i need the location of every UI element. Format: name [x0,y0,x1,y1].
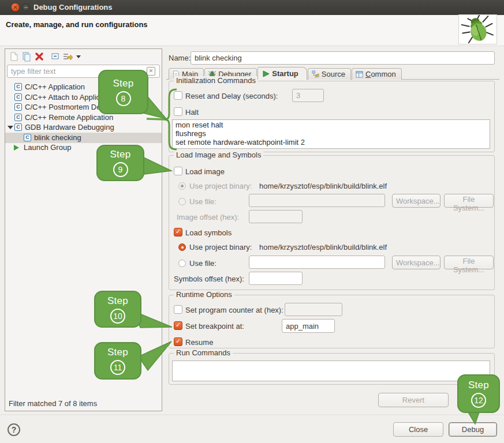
launch-group-icon [14,145,19,151]
symbols-workspace-button[interactable]: Workspace... [392,256,440,269]
symbols-offset-input[interactable] [249,272,303,285]
startup-play-icon [263,70,270,77]
load-symbols-checkbox[interactable] [174,228,182,236]
common-icon [356,71,363,78]
window-title: Debug Configurations [33,0,113,15]
image-file-system-button[interactable]: File System... [444,194,494,208]
source-icon [312,70,319,78]
tab-source[interactable]: Source [308,68,351,80]
dialog-subtitle: Create, manage, and run configurations [6,20,148,29]
callout-step-12: Step 12 [457,374,500,413]
tab-startup[interactable]: Startup [257,67,307,80]
reset-delay-input[interactable] [292,89,324,102]
run-commands-textarea[interactable] [172,361,490,381]
name-label: Name: [169,54,191,62]
callout-step-8: Step 8 [98,70,148,114]
tree-item-blink-checking[interactable]: C blink checking [5,133,162,143]
step-number: 9 [113,162,128,177]
load-image-checkbox[interactable] [174,167,182,175]
debug-button[interactable]: Debug [449,422,497,437]
image-workspace-button[interactable]: Workspace... [392,194,440,208]
set-pc-input[interactable] [285,303,342,316]
load-image-label: Load image [185,167,225,176]
titlebar: ✕ Debug Configurations [0,0,504,15]
reset-delay-label: Reset and Delay (seconds): [185,92,278,100]
step-number: 8 [116,91,131,106]
step-number: 10 [110,309,125,324]
c-application-icon: C [24,134,31,141]
c-application-icon: C [14,83,22,91]
symbols-file-input[interactable] [249,256,385,269]
group-title: Runtime Options [174,290,234,299]
image-use-project-binary-radio[interactable] [178,182,186,190]
group-title: Load Image and Symbols [174,151,263,159]
tree-item-gdb-hardware[interactable]: C GDB Hardware Debugging [5,122,162,133]
image-use-file-radio[interactable] [178,198,186,205]
c-application-icon: C [14,103,22,111]
reset-delay-checkbox[interactable] [174,91,182,100]
callout-step-10: Step 10 [94,291,141,328]
dropdown-arrow-icon[interactable] [76,55,81,58]
duplicate-icon[interactable] [21,51,32,62]
help-icon[interactable]: ? [8,423,20,436]
c-application-icon: C [14,114,22,121]
set-breakpoint-checkbox[interactable] [174,321,182,330]
footer-divider-highlight [0,415,504,416]
use-project-binary-label: Use project binary: [189,243,252,251]
use-file-label: Use file: [189,259,216,268]
new-configuration-icon[interactable] [9,51,19,62]
symbols-use-project-binary-radio[interactable] [178,243,186,251]
use-file-label: Use file: [189,197,216,206]
use-project-binary-label: Use project binary: [189,182,252,190]
debug-configurations-dialog: ✕ Debug Configurations Create, manage, a… [0,0,504,443]
halt-label: Halt [185,108,199,117]
step-number: 11 [110,360,125,375]
beetle-logo [458,14,497,44]
tab-common[interactable]: Common [352,68,402,80]
symbols-binary-path: home/krzysztof/esp/blink/build/blink.elf [259,243,387,251]
resume-label: Resume [185,338,213,347]
filter-status: Filter matched 7 of 8 items [9,399,97,408]
group-load-image-symbols: Load Image and Symbols Load image Use pr… [169,155,495,290]
set-pc-label: Set program counter at (hex): [185,306,283,314]
close-icon[interactable]: ✕ [11,3,20,12]
step-number: 12 [471,393,486,408]
dialog-header: Create, manage, and run configurations [0,15,504,46]
callout-step-11: Step 11 [94,342,141,380]
revert-button[interactable]: Revert [378,393,449,407]
group-run-commands: Run Commands [169,353,495,385]
halt-checkbox[interactable] [174,107,182,116]
close-button[interactable]: Close [393,422,443,437]
set-pc-checkbox[interactable] [174,305,182,314]
expander-icon[interactable] [8,126,13,129]
clear-filter-icon[interactable]: ✕ [147,67,155,76]
image-offset-label: Image offset (hex): [177,213,239,222]
group-title: Run Commands [174,348,233,357]
group-title: Initialization Commands [174,76,258,85]
init-commands-textarea[interactable]: mon reset halt flushregs set remote hard… [172,119,490,149]
minimize-icon[interactable] [22,3,29,11]
filter-launch-icon[interactable] [62,51,73,62]
symbols-use-file-radio[interactable] [178,260,186,267]
image-offset-input[interactable] [249,210,303,223]
delete-icon[interactable] [34,51,44,62]
c-application-icon: C [14,93,22,101]
group-initialization-commands: Initialization Commands Reset and Delay … [169,81,495,152]
image-binary-path: home/krzysztof/esp/blink/build/blink.elf [259,182,387,190]
c-application-icon: C [14,123,22,131]
load-symbols-label: Load symbols [185,228,232,237]
collapse-all-icon[interactable] [50,51,61,62]
symbols-offset-label: Symbols offset (hex): [174,275,244,283]
breakpoint-input[interactable] [282,319,335,333]
resume-checkbox[interactable] [174,337,182,346]
group-runtime-options: Runtime Options Set program counter at (… [169,295,495,348]
symbols-file-system-button[interactable]: File System... [444,256,494,269]
callout-step-9: Step 9 [96,145,144,181]
image-file-input[interactable] [249,194,385,207]
set-breakpoint-label: Set breakpoint at: [185,322,244,331]
name-input[interactable] [191,51,495,65]
beetle-icon [459,15,496,44]
